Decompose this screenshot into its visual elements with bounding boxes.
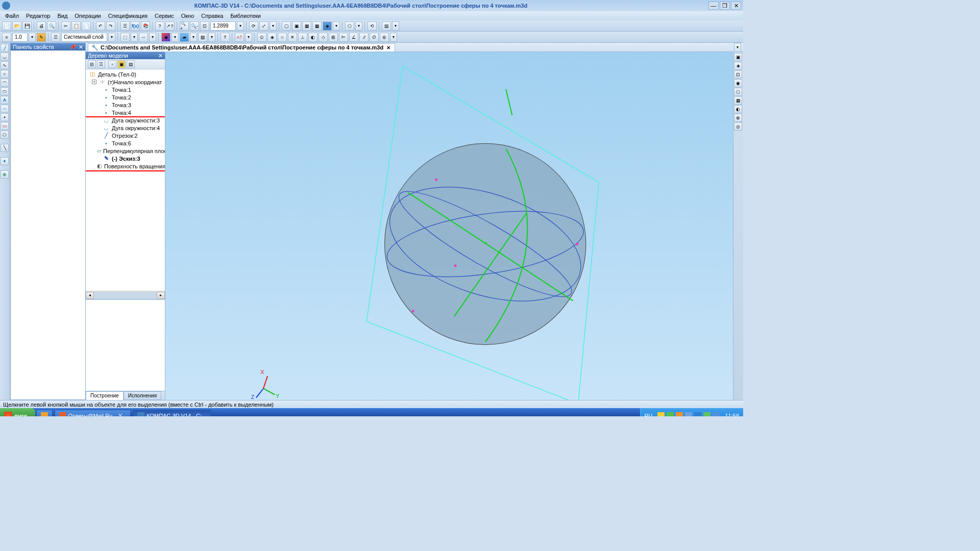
menu-editor[interactable]: Редактор <box>23 12 53 20</box>
redo-icon[interactable]: ↷ <box>106 21 115 31</box>
lt-dim-icon[interactable]: ↔ <box>1 105 9 113</box>
start-button[interactable]: пуск <box>0 408 35 416</box>
tray-update-icon[interactable] <box>676 412 683 416</box>
snap-grid-icon[interactable]: ⊞ <box>329 33 338 42</box>
rt-tool-2-icon[interactable]: ◈ <box>734 62 742 70</box>
snap-mid-icon[interactable]: ◈ <box>267 33 277 42</box>
linewidth-input[interactable] <box>12 33 28 42</box>
perspective-icon[interactable]: ◈ <box>323 21 332 31</box>
snap-ortho-icon[interactable]: ⊢ <box>339 33 348 42</box>
menu-help[interactable]: Справка <box>198 12 226 20</box>
annotation-dropdown[interactable]: ▾ <box>245 33 252 42</box>
snap-off-icon[interactable]: ∅ <box>370 33 379 42</box>
tree-structure-icon[interactable]: ⊟ <box>88 60 96 68</box>
tree-hscroll[interactable]: ◂ ▸ <box>86 291 165 299</box>
tree-item[interactable]: •Точка:4 <box>86 109 165 116</box>
lt-polyline-icon[interactable]: ◡ <box>1 53 9 61</box>
undo-icon[interactable]: ↶ <box>96 21 105 31</box>
fill-icon[interactable]: ▰ <box>180 33 189 42</box>
tree-list-icon[interactable]: ☰ <box>97 60 105 68</box>
lt-circle-icon[interactable]: ○ <box>1 70 9 78</box>
rt-tool-6-icon[interactable]: ▦ <box>734 96 742 105</box>
fill-dropdown[interactable]: ▾ <box>190 33 197 42</box>
rt-tool-8-icon[interactable]: ⊕ <box>734 114 742 122</box>
zoom-dropdown[interactable]: ▾ <box>237 21 244 31</box>
new-icon[interactable]: 📄 <box>2 21 11 31</box>
print-icon[interactable]: 🖨 <box>37 21 46 31</box>
snap-angle-icon[interactable]: ∠ <box>349 33 358 42</box>
tool-a-dropdown[interactable]: ▾ <box>355 21 362 31</box>
tray-volume-icon[interactable] <box>685 412 692 416</box>
snap-near-icon[interactable]: ◇ <box>318 33 328 42</box>
annotation-icon[interactable]: A† <box>235 33 244 42</box>
model-tree-close-icon[interactable]: ✕ <box>158 53 163 59</box>
snap-tangent-icon[interactable]: ◐ <box>308 33 317 42</box>
tree-mode-icon[interactable]: ▤ <box>127 60 135 68</box>
lt-misc-icon[interactable]: ⊕ <box>1 170 9 179</box>
menu-spec[interactable]: Спецификация <box>105 12 151 20</box>
snap-align-icon[interactable]: ⫽ <box>359 33 369 42</box>
preview-icon[interactable]: 🔍 <box>47 21 56 31</box>
snap-intersect-icon[interactable]: ✕ <box>288 33 297 42</box>
tree-tab-build[interactable]: Построение <box>86 391 124 400</box>
library-icon[interactable]: 📚 <box>141 21 150 31</box>
cut-icon[interactable]: ✂ <box>61 21 70 31</box>
menu-service[interactable]: Сервис <box>152 12 177 20</box>
linewidth-icon[interactable]: ≡ <box>2 33 11 42</box>
menu-file[interactable]: Файл <box>2 12 22 20</box>
view-dropdown[interactable]: ▾ <box>333 21 340 31</box>
sketch-dropdown[interactable]: ▾ <box>131 33 138 42</box>
tree-item[interactable]: ◐Поверхность вращения:1 <box>86 162 165 170</box>
snap-end-icon[interactable]: ⊙ <box>257 33 266 42</box>
orbit-icon[interactable]: ⤢ <box>259 21 268 31</box>
lt-spline-icon[interactable]: ∿ <box>1 61 9 69</box>
properties-icon[interactable]: ☰ <box>120 21 130 31</box>
close-button[interactable]: ✕ <box>731 2 741 10</box>
tree-item[interactable]: ◡Дуга окружности:3 <box>86 116 165 124</box>
color-icon[interactable]: ◆ <box>161 33 170 42</box>
hatch-icon[interactable]: ▨ <box>198 33 207 42</box>
tool-a-icon[interactable]: ⬡ <box>345 21 354 31</box>
shaded-edges-icon[interactable]: ▩ <box>312 21 322 31</box>
menu-view[interactable]: Вид <box>54 12 70 20</box>
lt-line-icon[interactable]: ╱ <box>1 44 9 52</box>
tree-item[interactable]: ✎(-) Эскиз:3 <box>86 155 165 162</box>
linewidth-dropdown[interactable]: ▾ <box>29 33 36 42</box>
tool-b-dropdown[interactable]: ▾ <box>392 21 399 31</box>
save-icon[interactable]: 💾 <box>22 21 32 31</box>
zoom-input[interactable] <box>210 21 236 31</box>
rt-tool-9-icon[interactable]: ◎ <box>734 122 742 131</box>
tree-item[interactable]: •Точка:6 <box>86 139 165 147</box>
zoom-in-icon[interactable]: 🔍+ <box>180 21 189 31</box>
tree-item[interactable]: ◡Дуга окружности:4 <box>86 124 165 132</box>
lt-poly-icon[interactable]: ⬡ <box>1 131 9 139</box>
tool-b-icon[interactable]: ▤ <box>382 21 391 31</box>
language-indicator[interactable]: RU <box>645 413 653 416</box>
snap-center-icon[interactable]: ○ <box>278 33 287 42</box>
rt-tool-3-icon[interactable]: ⊡ <box>734 70 742 79</box>
layer-input[interactable] <box>61 33 107 42</box>
menu-operations[interactable]: Операции <box>71 12 104 20</box>
zoom-out-icon[interactable]: 🔍- <box>190 21 199 31</box>
snap-dropdown[interactable]: ▾ <box>390 33 397 42</box>
tree-tab-exec[interactable]: Исполнения <box>124 391 161 400</box>
tree-item[interactable]: ╱Отрезок:2 <box>86 132 165 139</box>
rt-tool-7-icon[interactable]: ◐ <box>734 105 742 113</box>
tree-item[interactable]: •Точка:2 <box>86 93 165 101</box>
dimension-icon[interactable]: ↔ <box>139 33 148 42</box>
expand-icon[interactable]: + <box>92 80 96 84</box>
hidden-icon[interactable]: ▣ <box>292 21 301 31</box>
scroll-right-icon[interactable]: ▸ <box>157 292 165 299</box>
rt-tool-1-icon[interactable]: ▣ <box>734 53 742 61</box>
zoom-fit-icon[interactable]: ⊡ <box>200 21 209 31</box>
rt-tool-4-icon[interactable]: ◉ <box>734 79 742 87</box>
lt-text-icon[interactable]: A <box>1 96 9 104</box>
clock[interactable]: 11:58 <box>725 413 739 416</box>
quicklaunch-1[interactable] <box>36 410 53 416</box>
text-icon[interactable]: T <box>220 33 230 42</box>
hatch-dropdown[interactable]: ▾ <box>208 33 215 42</box>
layer-dropdown[interactable]: ▾ <box>108 33 115 42</box>
open-icon[interactable]: 📂 <box>12 21 21 31</box>
rt-tool-5-icon[interactable]: ⬡ <box>734 88 742 96</box>
snap-misc-icon[interactable]: ⊚ <box>380 33 389 42</box>
